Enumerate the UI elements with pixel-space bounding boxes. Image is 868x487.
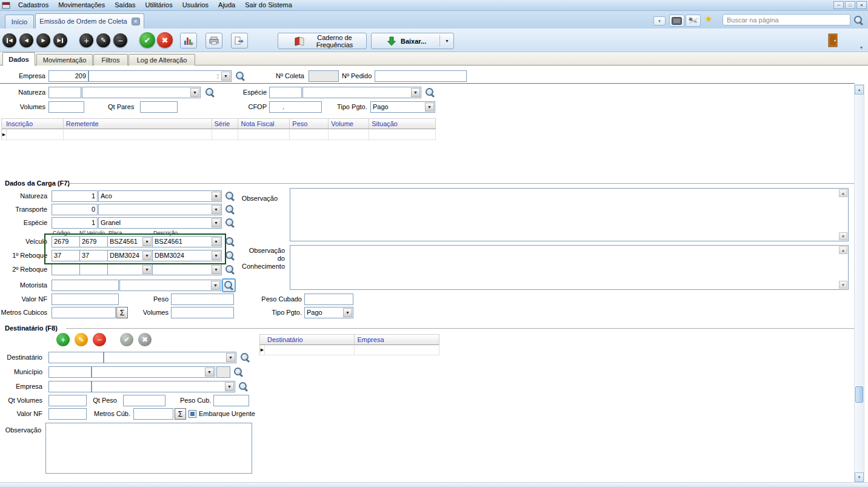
vertical-scrollbar[interactable]: ▲ ▼ [854,84,864,483]
dest-municipio-field[interactable] [48,366,92,378]
dest-empresa-lookup-icon[interactable] [238,381,248,391]
qtpares-field[interactable] [140,101,178,113]
dest-destinatario-lookup-icon[interactable] [240,352,250,362]
reboque2-codigo-field[interactable] [52,264,80,275]
caderno-frequencias-button[interactable]: Caderno de Frequências [278,33,367,49]
veiculo-lookup-icon[interactable] [225,237,235,246]
reboque1-placa-combo[interactable]: DBM3024 ▼ [107,250,153,261]
chevron-down-icon[interactable]: ▼ [226,353,235,362]
menu-ajuda[interactable]: Ajuda [213,0,240,10]
natureza-field[interactable] [48,87,81,98]
reboque2-numero-field[interactable] [79,264,108,275]
especie-combo[interactable]: ▼ [302,87,421,98]
column-header-remetente[interactable]: Remetente [64,119,212,129]
carga-natureza-combo[interactable]: Aco ▼ [98,190,222,202]
veiculo-descricao-combo[interactable]: BSZ4561 ▼ [152,236,222,247]
volumes-field[interactable] [48,101,84,113]
veiculo-placa-combo[interactable]: BSZ4561 ▼ [107,236,153,247]
metros-cubicos-field[interactable] [52,307,116,318]
dest-empresa-field[interactable] [48,381,92,392]
dest-confirm-button[interactable]: ✔ [120,333,133,346]
empresa-code-field[interactable]: 209 [48,70,88,82]
maximize-button[interactable]: □ [845,1,855,9]
especie-lookup-icon[interactable] [425,87,435,97]
obs-conhecimento-memo[interactable]: ▲ ▼ [290,245,849,290]
tools-disabled-button[interactable] [686,15,701,27]
veiculo-codigo-field[interactable]: 2679 [52,236,80,247]
carga-transporte-combo[interactable]: ▼ [98,204,222,215]
motorista-combo[interactable]: ▼ [119,280,221,291]
dest-empresa-combo[interactable]: ▼ [92,381,235,392]
export-button[interactable] [231,33,248,49]
dest-destinatario-field[interactable] [48,352,104,363]
dest-cancel-button[interactable]: ✖ [138,333,152,346]
chevron-down-icon[interactable]: ▼ [142,251,152,260]
tipopgto-combo[interactable]: Pago ▼ [370,101,435,113]
baixar-dropdown-icon[interactable]: ▼ [445,39,449,43]
chevron-down-icon[interactable]: ▼ [212,265,221,274]
column-header-serie[interactable]: Série [212,119,239,129]
column-header-situacao[interactable]: Situação [369,119,436,129]
column-header-volume[interactable]: Volume [329,119,369,129]
embarque-urgente-checkbox[interactable] [189,410,196,418]
chevron-down-icon[interactable]: ▼ [221,72,230,81]
dest-observacao-memo[interactable] [45,423,252,474]
carga-natureza-code-field[interactable]: 1 [52,190,98,202]
empresa-combo[interactable]: : ▼ [88,70,232,82]
notas-grid[interactable]: Inscrição Remetente Série Nota Fiscal Pe… [1,118,436,140]
carga-transporte-code-field[interactable]: 0 [52,204,98,215]
dest-qtpeso-field[interactable] [123,395,165,406]
chevron-down-icon[interactable]: ▼ [212,251,221,260]
natureza-combo[interactable]: ▼ [82,87,201,98]
dest-pesocub-field[interactable] [213,395,249,406]
chevron-down-icon[interactable]: ▼ [212,237,221,246]
empresa-lookup-icon[interactable] [235,71,245,81]
carga-especie-code-field[interactable]: 1 [52,217,98,229]
chevron-down-icon[interactable]: ▼ [212,192,221,201]
carga-tipopgto-combo[interactable]: Pago ▼ [304,307,353,318]
column-header-destinatario[interactable]: Destinatário [260,335,355,345]
chevron-down-icon[interactable]: ▼ [142,237,152,246]
search-input[interactable] [723,14,850,25]
notas-grid-row[interactable]: ▶ [2,129,436,140]
menu-movimentacoes[interactable]: Movimentações [53,0,110,10]
carga-valornf-field[interactable] [52,294,119,305]
pesocubado-field[interactable] [304,294,353,305]
scrollbar-up-icon[interactable]: ▲ [855,85,864,95]
prev-record-button[interactable]: ◀ [19,33,33,47]
collapse-panel-button[interactable]: ▾ [653,16,666,25]
tab-movimentacao[interactable]: Movimentação [36,54,93,65]
dest-valornf-field[interactable] [48,408,87,420]
screen-view-button[interactable] [669,15,684,27]
tab-emissao-ordem-coleta[interactable]: Emissão de Ordem de Coleta ✕ [35,13,144,29]
chevron-down-icon[interactable]: ▼ [190,88,199,97]
close-button[interactable]: ✕ [856,1,867,9]
add-record-button[interactable]: + [79,33,93,47]
tab-close-icon[interactable]: ✕ [132,18,140,25]
dest-destinatario-combo[interactable]: ▼ [104,352,236,363]
chevron-down-icon[interactable]: ▼ [343,308,352,317]
chevron-down-icon[interactable]: ▼ [205,368,214,377]
delete-record-button[interactable]: − [113,33,127,47]
chevron-down-icon[interactable]: ▼ [212,218,221,227]
tab-inicio[interactable]: Início [5,15,34,29]
chevron-down-icon[interactable]: ▼ [212,205,221,214]
confirm-button[interactable]: ✔ [139,32,155,48]
dest-delete-button[interactable]: − [93,333,106,346]
baixar-button[interactable]: Baixar... ▼ [371,33,454,49]
column-header-peso[interactable]: Peso [290,119,329,129]
exit-door-icon[interactable] [828,33,838,47]
dest-qtvolumes-field[interactable] [48,395,87,406]
motorista-lookup-button[interactable] [222,278,236,292]
dest-add-button[interactable]: + [56,333,70,346]
npedido-field[interactable] [375,70,467,82]
destinatarios-grid-row[interactable]: ▶ [260,345,439,355]
dest-sigma-calc-button[interactable]: Σ [175,408,186,420]
natureza-lookup-icon[interactable] [205,87,215,97]
reboque1-descricao-combo[interactable]: DBM3024 ▼ [152,250,222,261]
scrollbar-down-icon[interactable]: ▼ [855,472,864,482]
carga-observacao-memo[interactable]: ▲ ▼ [290,188,849,241]
print-button[interactable] [205,33,222,49]
chevron-down-icon[interactable]: ▼ [225,382,234,391]
menu-usuarios[interactable]: Usuários [178,0,213,10]
